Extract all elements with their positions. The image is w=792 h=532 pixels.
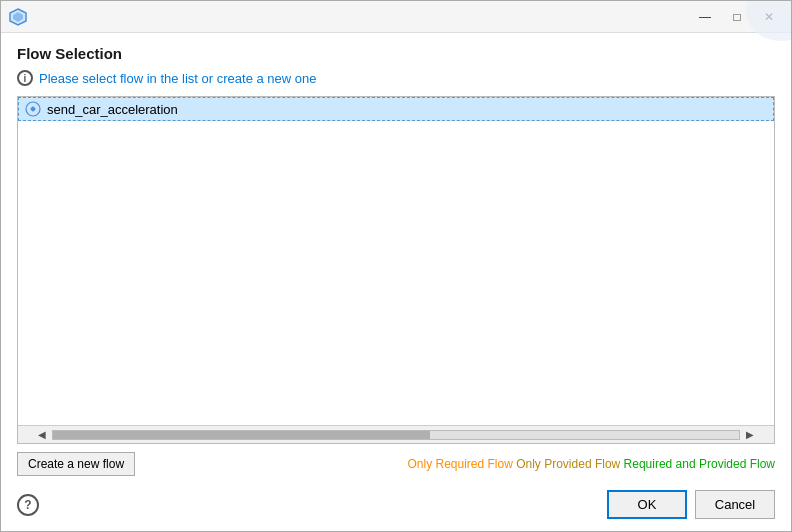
ok-button[interactable]: OK xyxy=(607,490,687,519)
scroll-right-arrow[interactable]: ▶ xyxy=(742,427,758,443)
legend-required: Only Required Flow xyxy=(407,457,512,471)
flow-list-container: send_car_acceleration ◀ ▶ xyxy=(17,96,775,444)
legend-both: Required and Provided Flow xyxy=(624,457,775,471)
scroll-track[interactable] xyxy=(52,430,740,440)
help-icon[interactable]: ? xyxy=(17,494,39,516)
info-text-rest: or create a new one xyxy=(198,71,317,86)
create-new-flow-button[interactable]: Create a new flow xyxy=(17,452,135,476)
info-text-plain: Please select flow xyxy=(39,71,147,86)
content-area: Flow Selection i Please select flow in t… xyxy=(1,33,791,444)
titlebar: — □ ✕ xyxy=(1,1,791,33)
minimize-button[interactable]: — xyxy=(691,6,719,28)
main-window: — □ ✕ Flow Selection i Please select flo… xyxy=(0,0,792,532)
legend-provided: Only Provided Flow xyxy=(516,457,620,471)
app-icon xyxy=(9,8,27,26)
action-buttons: OK Cancel xyxy=(607,490,775,519)
info-text: Please select flow in the list or create… xyxy=(39,71,317,86)
action-row: ? OK Cancel xyxy=(1,484,791,531)
scroll-thumb[interactable] xyxy=(53,431,430,439)
info-icon: i xyxy=(17,70,33,86)
titlebar-controls: — □ ✕ xyxy=(691,6,783,28)
close-button[interactable]: ✕ xyxy=(755,6,783,28)
flow-list-area[interactable]: send_car_acceleration xyxy=(18,97,774,425)
flow-item-label: send_car_acceleration xyxy=(47,102,178,117)
maximize-button[interactable]: □ xyxy=(723,6,751,28)
svg-point-4 xyxy=(31,107,35,111)
cancel-button[interactable]: Cancel xyxy=(695,490,775,519)
horizontal-scrollbar[interactable]: ◀ ▶ xyxy=(18,425,774,443)
list-item[interactable]: send_car_acceleration xyxy=(18,97,774,121)
legend: Only Required Flow Only Provided Flow Re… xyxy=(407,457,775,471)
flow-item-icon xyxy=(25,101,41,117)
info-text-link: in the list xyxy=(147,71,198,86)
titlebar-left xyxy=(9,8,27,26)
info-row: i Please select flow in the list or crea… xyxy=(17,70,775,86)
scroll-left-arrow[interactable]: ◀ xyxy=(34,427,50,443)
dialog-title: Flow Selection xyxy=(17,45,775,62)
footer-row: Create a new flow Only Required Flow Onl… xyxy=(1,444,791,484)
footer-left: Create a new flow xyxy=(17,452,135,476)
